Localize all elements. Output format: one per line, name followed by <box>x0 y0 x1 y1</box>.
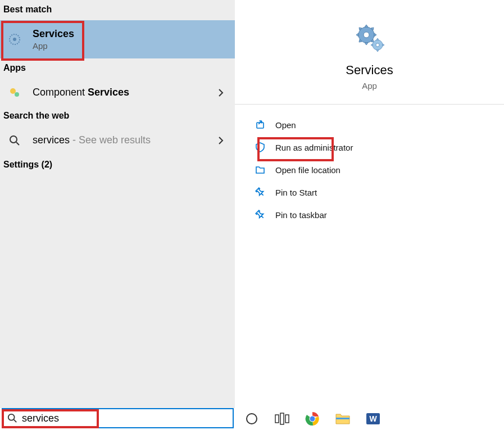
svg-point-11 <box>8 414 15 420</box>
svg-point-3 <box>15 92 19 97</box>
action-pin-to-start[interactable]: Pin to Start <box>235 181 504 203</box>
file-explorer-icon[interactable] <box>335 411 351 427</box>
search-results-pane: Best match Services App Apps Component S… <box>0 0 235 408</box>
best-match-result[interactable]: Services App <box>0 20 235 58</box>
detail-header: Services App <box>235 0 504 105</box>
open-icon <box>254 119 266 130</box>
detail-subtitle: App <box>362 81 377 90</box>
component-services-icon <box>7 87 22 98</box>
svg-point-2 <box>10 88 16 94</box>
search-icon <box>7 135 22 146</box>
search-box[interactable] <box>2 408 234 428</box>
detail-title: Services <box>346 63 393 78</box>
svg-point-7 <box>364 32 369 38</box>
web-result[interactable]: services - See web results <box>0 126 235 154</box>
svg-rect-20 <box>336 418 349 419</box>
cortana-icon[interactable] <box>244 411 260 427</box>
action-pin-to-taskbar[interactable]: Pin to taskbar <box>235 203 504 226</box>
shield-icon <box>254 142 266 153</box>
svg-rect-15 <box>280 413 284 424</box>
action-run-as-admin[interactable]: Run as administrator <box>235 136 504 159</box>
gear-icon <box>7 33 22 46</box>
svg-point-19 <box>310 417 315 422</box>
apps-result-component-services[interactable]: Component Services <box>0 79 235 106</box>
svg-rect-10 <box>257 123 264 128</box>
detail-pane: Services App Open Run as administrator <box>235 0 504 408</box>
pin-icon <box>254 187 266 198</box>
best-match-label: Best match <box>0 0 235 20</box>
svg-rect-14 <box>275 415 279 423</box>
svg-line-12 <box>14 420 17 423</box>
svg-text:W: W <box>369 414 377 423</box>
search-web-label: Search the web <box>0 106 235 126</box>
action-label: Run as administrator <box>275 143 353 152</box>
search-input[interactable] <box>22 413 228 424</box>
action-label: Pin to taskbar <box>275 210 327 220</box>
chevron-right-icon <box>218 136 228 145</box>
action-open[interactable]: Open <box>235 114 504 136</box>
apps-label: Apps <box>0 58 235 79</box>
taskbar: W <box>236 408 504 430</box>
svg-point-9 <box>376 43 379 47</box>
task-view-icon[interactable] <box>274 411 290 427</box>
action-label: Pin to Start <box>275 188 317 197</box>
chevron-right-icon <box>218 88 228 97</box>
result-subtitle: App <box>33 41 74 51</box>
gears-icon <box>353 21 387 55</box>
word-icon[interactable]: W <box>365 411 381 427</box>
action-label: Open <box>275 120 296 130</box>
settings-results[interactable]: Settings (2) <box>0 154 235 175</box>
action-list: Open Run as administrator Open file loca… <box>235 105 504 235</box>
action-open-file-location[interactable]: Open file location <box>235 159 504 181</box>
chrome-icon[interactable] <box>305 411 320 427</box>
svg-rect-16 <box>285 415 289 423</box>
action-label: Open file location <box>275 165 340 175</box>
svg-point-4 <box>10 136 17 143</box>
svg-point-1 <box>13 38 16 41</box>
svg-point-13 <box>247 414 257 424</box>
folder-icon <box>254 164 266 175</box>
pin-icon <box>254 209 266 220</box>
svg-line-5 <box>16 142 19 145</box>
search-icon <box>7 413 17 423</box>
result-title: Services <box>33 28 74 40</box>
apps-result-label: Component Services <box>33 87 208 98</box>
web-result-label: services - See web results <box>33 134 208 146</box>
